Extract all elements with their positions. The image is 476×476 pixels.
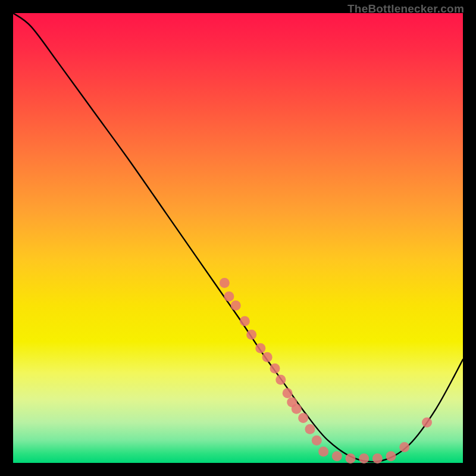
data-marker bbox=[262, 352, 273, 362]
data-marker bbox=[312, 436, 322, 446]
data-marker bbox=[399, 442, 409, 452]
data-marker bbox=[224, 292, 234, 302]
plot-area bbox=[13, 13, 463, 463]
data-marker bbox=[318, 447, 328, 457]
data-markers bbox=[220, 278, 432, 464]
data-marker bbox=[332, 451, 342, 461]
chart-svg bbox=[13, 13, 463, 463]
data-marker bbox=[275, 375, 286, 385]
data-marker bbox=[386, 451, 396, 461]
data-marker bbox=[372, 453, 383, 464]
data-marker bbox=[231, 300, 241, 311]
data-marker bbox=[298, 413, 308, 423]
data-marker bbox=[270, 364, 280, 374]
data-marker bbox=[422, 417, 432, 427]
data-marker bbox=[346, 453, 356, 464]
data-marker bbox=[292, 404, 302, 414]
data-marker bbox=[305, 424, 315, 434]
chart-container: TheBottlenecker.com bbox=[0, 0, 476, 476]
data-marker bbox=[220, 278, 230, 288]
bottleneck-curve bbox=[13, 13, 463, 462]
data-marker bbox=[246, 330, 256, 340]
data-marker bbox=[283, 388, 293, 398]
data-marker bbox=[240, 316, 250, 326]
data-marker bbox=[359, 453, 369, 464]
data-marker bbox=[255, 343, 265, 353]
